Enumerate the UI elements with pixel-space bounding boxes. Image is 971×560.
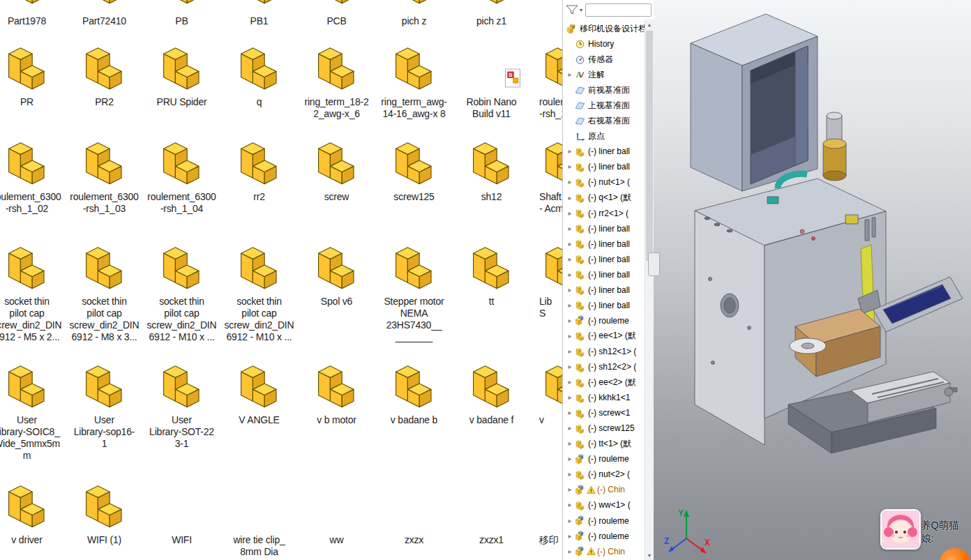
expand-arrow-icon[interactable]: ▸ bbox=[568, 455, 571, 462]
expand-arrow-icon[interactable]: ▸ bbox=[568, 333, 571, 340]
file-item[interactable]: WIFI (1) bbox=[66, 469, 143, 560]
file-item[interactable]: socket thin pilot cap screw_din2_DIN 691… bbox=[143, 230, 220, 349]
expand-arrow-icon[interactable]: ▸ bbox=[568, 471, 571, 478]
file-item[interactable]: pich z1 bbox=[453, 0, 530, 31]
tree-item[interactable]: ▸ (-) liner ball bbox=[563, 236, 645, 252]
panel-splitter-handle[interactable] bbox=[648, 252, 660, 276]
filter-dropdown-caret-icon[interactable]: ▾ bbox=[580, 7, 582, 13]
tree-item[interactable]: ▸ (-) liner ball bbox=[563, 252, 645, 267]
expand-arrow-icon[interactable]: ▸ bbox=[568, 71, 571, 78]
tree-item[interactable]: ▸ (-) rouleme bbox=[563, 313, 645, 328]
tree-item[interactable]: ▸ (-) liner ball bbox=[563, 221, 645, 236]
tree-item[interactable]: ▸ (-) screw<1 bbox=[563, 405, 645, 421]
tree-item[interactable]: ▸ (-) Chin bbox=[563, 544, 645, 559]
file-item[interactable]: screw125 bbox=[375, 126, 453, 230]
tree-item[interactable]: ▸ (-) Chin bbox=[563, 482, 645, 497]
tree-item[interactable]: ▸ (-) rouleme bbox=[563, 513, 645, 529]
tree-item[interactable]: ▸ (-) screw125 bbox=[563, 421, 645, 436]
tree-item[interactable]: ▸ (-) liner ball bbox=[563, 267, 645, 282]
file-item[interactable]: PB1 bbox=[220, 0, 298, 31]
expand-arrow-icon[interactable]: ▸ bbox=[568, 486, 571, 493]
scroll-down-button[interactable]: ▼ bbox=[645, 550, 654, 560]
tree-item[interactable]: ▸ 注解 bbox=[563, 67, 645, 82]
tree-item[interactable]: ▸ (-) rouleme bbox=[563, 451, 645, 467]
tree-item[interactable]: 传感器 bbox=[563, 52, 645, 67]
expand-arrow-icon[interactable]: ▸ bbox=[568, 148, 571, 155]
expand-arrow-icon[interactable]: ▸ bbox=[568, 517, 571, 524]
tree-item[interactable]: ▸ (-) q<1> (默 bbox=[563, 190, 645, 206]
expand-arrow-icon[interactable]: ▸ bbox=[568, 287, 571, 294]
file-item[interactable]: ring_term_18-2 2_awg-x_6 bbox=[298, 31, 375, 126]
file-item[interactable]: rr2 bbox=[220, 126, 298, 230]
expand-arrow-icon[interactable]: ▸ bbox=[568, 179, 571, 186]
tree-item[interactable]: ▸ (-) nut<1> ( bbox=[563, 174, 645, 190]
file-item[interactable]: PRU Spider bbox=[143, 31, 220, 126]
file-item[interactable]: Part1978 bbox=[0, 0, 66, 31]
tree-item[interactable]: 前视基准面 bbox=[563, 82, 645, 98]
scroll-up-button[interactable]: ▲ bbox=[645, 20, 654, 29]
file-item[interactable]: User Library-SOT-22 3-1 bbox=[143, 349, 220, 469]
file-item[interactable]: zxzx bbox=[375, 469, 453, 560]
file-item[interactable]: socket thin pilot cap screw_din2_DIN 691… bbox=[66, 230, 143, 349]
chat-avatar[interactable] bbox=[880, 509, 921, 550]
expand-arrow-icon[interactable]: ▸ bbox=[568, 440, 571, 447]
file-item[interactable]: tt bbox=[453, 230, 530, 349]
file-item[interactable]: screw bbox=[298, 126, 375, 230]
expand-arrow-icon[interactable]: ▸ bbox=[568, 241, 571, 248]
file-item[interactable]: User Library-sop16- 1 bbox=[66, 349, 143, 469]
tree-item[interactable]: 上视基准面 bbox=[563, 98, 645, 113]
tree-item[interactable]: ▸ (-) ww<1> ( bbox=[563, 497, 645, 513]
file-item[interactable]: q bbox=[220, 31, 298, 126]
tree-item[interactable]: 原点 bbox=[563, 128, 645, 144]
tree-filter-input[interactable] bbox=[585, 3, 652, 17]
file-item[interactable]: v b motor bbox=[298, 349, 375, 469]
expand-arrow-icon[interactable]: ▸ bbox=[568, 501, 571, 508]
expand-arrow-icon[interactable]: ▸ bbox=[568, 533, 571, 540]
file-item[interactable]: Robin Nano Build v11 bbox=[453, 31, 530, 126]
file-item[interactable]: v badane b bbox=[375, 349, 453, 469]
tree-item[interactable]: ▸ (-) ee<1> (默 bbox=[563, 328, 645, 344]
file-item[interactable]: PB bbox=[143, 0, 220, 31]
file-item[interactable]: ww bbox=[298, 469, 375, 560]
expand-arrow-icon[interactable]: ▸ bbox=[568, 163, 571, 170]
scroll-thumb[interactable] bbox=[646, 31, 653, 261]
file-item[interactable]: roulement_6300 -rsh_1_02 bbox=[0, 126, 66, 230]
file-item[interactable]: PCB bbox=[298, 0, 375, 31]
file-item[interactable]: sh12 bbox=[453, 126, 530, 230]
expand-arrow-icon[interactable]: ▸ bbox=[568, 548, 571, 555]
expand-arrow-icon[interactable]: ▸ bbox=[568, 317, 571, 324]
tree-item[interactable]: ▸ (-) kkhk1<1 bbox=[563, 390, 645, 405]
file-item[interactable]: roulement_6300 -rsh_1_03 bbox=[66, 126, 143, 230]
tree-item[interactable]: ▸ (-) liner ball bbox=[563, 282, 645, 298]
expand-arrow-icon[interactable]: ▸ bbox=[568, 225, 571, 232]
expand-arrow-icon[interactable]: ▸ bbox=[568, 348, 571, 355]
expand-arrow-icon[interactable]: ▸ bbox=[568, 379, 571, 386]
tree-item[interactable]: 移印机设备设计档 bbox=[563, 21, 645, 36]
expand-arrow-icon[interactable]: ▸ bbox=[568, 394, 571, 401]
expand-arrow-icon[interactable]: ▸ bbox=[568, 271, 571, 278]
file-item[interactable]: zxzx1 bbox=[453, 469, 530, 560]
file-item[interactable]: PR2 bbox=[66, 31, 143, 126]
tree-item[interactable]: ▸ (-) nut<2> ( bbox=[563, 467, 645, 482]
tree-item[interactable]: ▸ (-) ee<2> (默 bbox=[563, 374, 645, 390]
expand-arrow-icon[interactable]: ▸ bbox=[568, 363, 571, 370]
expand-arrow-icon[interactable]: ▸ bbox=[568, 425, 571, 432]
file-item[interactable]: PR bbox=[0, 31, 66, 126]
tree-item[interactable]: ▸ (-) liner ball bbox=[563, 144, 645, 159]
expand-arrow-icon[interactable]: ▸ bbox=[568, 210, 571, 217]
filter-funnel-icon[interactable] bbox=[566, 4, 578, 15]
tree-item[interactable]: ▸ (-) sh12<2> ( bbox=[563, 359, 645, 374]
expand-arrow-icon[interactable]: ▸ bbox=[568, 409, 571, 416]
file-item[interactable]: pich z bbox=[375, 0, 453, 31]
tree-item[interactable]: ▸ (-) sh12<1> ( bbox=[563, 344, 645, 359]
expand-arrow-icon[interactable]: ▸ bbox=[568, 195, 571, 202]
file-item[interactable]: Stepper motor NEMA 23HS7430__ _______ bbox=[375, 230, 453, 349]
file-item[interactable]: socket thin pilot cap screw_din2_DIN 691… bbox=[0, 230, 66, 349]
tree-item[interactable]: History bbox=[563, 36, 645, 52]
tree-item[interactable]: ▸ (-) liner ball bbox=[563, 159, 645, 174]
file-item[interactable]: WIFI bbox=[143, 469, 220, 560]
tree-item[interactable]: ▸ (-) rouleme bbox=[563, 529, 645, 544]
file-item[interactable]: socket thin pilot cap screw_din2_DIN 691… bbox=[220, 230, 298, 349]
tree-item[interactable]: 右视基准面 bbox=[563, 113, 645, 128]
file-item[interactable]: User Library-SOIC8_ Wide_5mmx5m m bbox=[0, 349, 66, 469]
